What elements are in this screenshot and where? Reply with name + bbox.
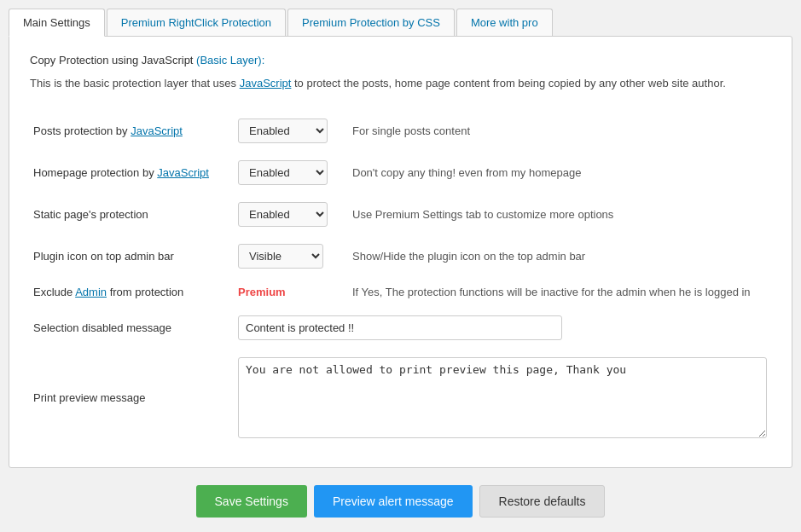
- row-label-selection: Selection disabled message: [30, 307, 235, 349]
- save-settings-button[interactable]: Save Settings: [196, 485, 307, 518]
- row-control-static: Enabled Disabled: [235, 194, 345, 235]
- row-help-icon: Show/Hide the plugin icon on the top adm…: [345, 235, 771, 277]
- buttons-bar: Save Settings Preview alert message Rest…: [9, 485, 792, 518]
- table-row: Plugin icon on top admin bar Visible Hid…: [30, 235, 771, 277]
- row-label-static: Static page's protection: [30, 194, 235, 235]
- row-control-posts: Enabled Disabled: [235, 110, 345, 152]
- row-label-posts: Posts protection by JavaScript: [30, 110, 235, 152]
- tab-premium-rightclick[interactable]: Premium RightClick Protection: [107, 9, 286, 36]
- table-row: Static page's protection Enabled Disable…: [30, 194, 771, 235]
- row-help-admin: If Yes, The protection functions will be…: [345, 277, 771, 307]
- tab-main-settings[interactable]: Main Settings: [9, 9, 105, 37]
- row-control-homepage: Enabled Disabled: [235, 152, 345, 194]
- settings-table: Posts protection by JavaScript Enabled D…: [30, 110, 771, 447]
- row-control-icon: Visible Hidden: [235, 235, 345, 277]
- premium-badge: Premium: [238, 286, 286, 298]
- posts-protection-select[interactable]: Enabled Disabled: [238, 119, 328, 143]
- tab-premium-css[interactable]: Premium Protection by CSS: [287, 9, 455, 36]
- main-panel: Copy Protection using JavaScript (Basic …: [9, 36, 792, 468]
- table-row: Homepage protection by JavaScript Enable…: [30, 152, 771, 194]
- row-label-admin: Exclude Admin from protection: [30, 277, 235, 307]
- plugin-icon-select[interactable]: Visible Hidden: [238, 244, 323, 269]
- tabs-bar: Main Settings Premium RightClick Protect…: [9, 9, 792, 36]
- row-label-icon: Plugin icon on top admin bar: [30, 235, 235, 277]
- row-control-admin: Premium: [235, 277, 345, 307]
- static-protection-select[interactable]: Enabled Disabled: [238, 202, 328, 227]
- description: This is the basic protection layer that …: [30, 75, 771, 93]
- row-help-posts: For single posts content: [345, 110, 771, 152]
- table-row: Print preview message: [30, 349, 771, 447]
- section-title: Copy Protection using JavaScript (Basic …: [30, 54, 771, 66]
- table-row: Exclude Admin from protection Premium If…: [30, 277, 771, 307]
- row-label-print: Print preview message: [30, 349, 235, 447]
- preview-alert-button[interactable]: Preview alert message: [314, 485, 473, 518]
- table-row: Posts protection by JavaScript Enabled D…: [30, 110, 771, 152]
- admin-link[interactable]: Admin: [75, 286, 107, 298]
- homepage-protection-select[interactable]: Enabled Disabled: [238, 160, 328, 185]
- restore-defaults-button[interactable]: Restore defaults: [479, 485, 606, 518]
- tab-more-with-pro[interactable]: More with pro: [456, 9, 553, 36]
- row-control-print: [235, 349, 771, 447]
- javascript-link-posts[interactable]: JavaScript: [131, 124, 183, 137]
- row-help-homepage: Don't copy any thing! even from my homep…: [345, 152, 771, 194]
- print-preview-textarea[interactable]: [238, 357, 767, 438]
- row-control-selection: [235, 307, 771, 349]
- row-help-static: Use Premium Settings tab to customize mo…: [345, 194, 771, 235]
- selection-message-input[interactable]: [238, 315, 562, 340]
- javascript-link-homepage[interactable]: JavaScript: [157, 166, 209, 179]
- javascript-link[interactable]: JavaScript: [240, 77, 292, 90]
- table-row: Selection disabled message: [30, 307, 771, 349]
- row-label-homepage: Homepage protection by JavaScript: [30, 152, 235, 194]
